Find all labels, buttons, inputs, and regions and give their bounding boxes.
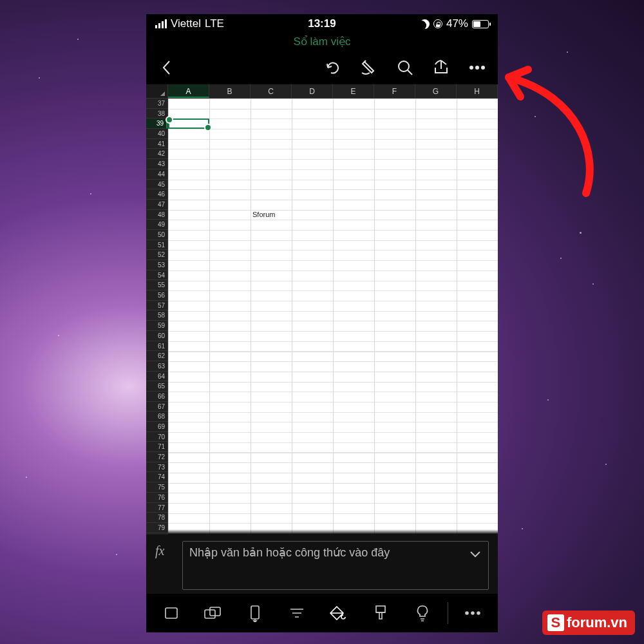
grid-fade (168, 529, 498, 535)
row-header-75[interactable]: 75 (146, 482, 167, 493)
select-all-corner[interactable] (146, 84, 168, 98)
selection-handle-top[interactable] (166, 116, 173, 124)
column-header-C[interactable]: C (251, 84, 292, 98)
column-header-F[interactable]: F (374, 84, 415, 98)
row-header-42[interactable]: 42 (146, 149, 167, 159)
watermark-s: S (547, 614, 564, 631)
row-headers: 3738394041424344454647484950515253545556… (146, 99, 168, 535)
row-header-70[interactable]: 70 (146, 432, 167, 442)
row-header-47[interactable]: 47 (146, 200, 167, 210)
back-button[interactable] (150, 52, 184, 83)
row-header-77[interactable]: 77 (146, 503, 167, 513)
ideas-bulb-button[interactable] (402, 604, 444, 622)
row-header-71[interactable]: 71 (146, 442, 167, 452)
row-header-45[interactable]: 45 (146, 180, 167, 190)
column-header-D[interactable]: D (292, 84, 333, 98)
row-header-59[interactable]: 59 (146, 321, 167, 331)
share-button[interactable] (424, 52, 458, 83)
toolbar-divider (448, 602, 448, 624)
phone-arrow-button[interactable] (234, 604, 276, 622)
row-header-61[interactable]: 61 (146, 341, 167, 352)
row-header-55[interactable]: 55 (146, 280, 167, 290)
row-header-67[interactable]: 67 (146, 402, 167, 412)
cells-area[interactable]: Sforum (168, 99, 498, 535)
row-header-50[interactable]: 50 (146, 230, 167, 240)
svg-rect-8 (376, 606, 385, 612)
row-header-79[interactable]: 79 (146, 523, 167, 533)
cards-button[interactable] (192, 605, 234, 621)
row-header-49[interactable]: 49 (146, 220, 167, 230)
svg-point-10 (471, 612, 474, 614)
row-header-65[interactable]: 65 (146, 381, 167, 392)
row-header-52[interactable]: 52 (146, 250, 167, 260)
row-header-37[interactable]: 37 (146, 99, 167, 109)
more-button[interactable] (460, 52, 494, 83)
row-header-46[interactable]: 46 (146, 189, 167, 200)
fx-icon[interactable]: fx (155, 541, 176, 594)
row-header-51[interactable]: 51 (146, 240, 167, 251)
bottom-more-button[interactable] (452, 611, 494, 616)
svg-point-11 (477, 612, 480, 614)
column-header-G[interactable]: G (415, 84, 457, 98)
row-header-76[interactable]: 76 (146, 493, 167, 503)
document-title[interactable]: Sổ làm việc (146, 33, 498, 51)
selection-outline[interactable] (168, 118, 209, 129)
bottom-toolbar (146, 594, 498, 632)
row-header-78[interactable]: 78 (146, 513, 167, 523)
row-header-56[interactable]: 56 (146, 290, 167, 301)
column-header-B[interactable]: B (209, 84, 251, 98)
row-header-63[interactable]: 63 (146, 361, 167, 372)
format-brush-button[interactable] (360, 604, 402, 622)
row-header-44[interactable]: 44 (146, 169, 167, 180)
row-header-54[interactable]: 54 (146, 270, 167, 281)
rotation-lock-icon (433, 19, 442, 28)
row-header-58[interactable]: 58 (146, 310, 167, 321)
row-header-53[interactable]: 53 (146, 260, 167, 270)
row-header-57[interactable]: 57 (146, 301, 167, 311)
row-header-66[interactable]: 66 (146, 392, 167, 402)
svg-point-9 (466, 612, 468, 614)
svg-rect-7 (251, 606, 259, 619)
status-bar: Viettel LTE 13:19 47% (146, 14, 498, 33)
column-header-H[interactable]: H (457, 84, 498, 98)
row-header-40[interactable]: 40 (146, 129, 167, 139)
battery-icon (472, 20, 489, 28)
spreadsheet-grid[interactable]: 3738394041424344454647484950515253545556… (146, 99, 498, 535)
column-headers: ABCDEFGH (146, 84, 498, 99)
column-header-A[interactable]: A (168, 84, 209, 98)
filter-button[interactable] (276, 606, 317, 620)
watermark-text: forum.vn (567, 614, 627, 631)
column-header-E[interactable]: E (333, 84, 374, 98)
gridlines (168, 99, 498, 535)
cell-C48[interactable]: Sforum (251, 210, 292, 220)
svg-rect-4 (166, 608, 177, 618)
row-header-43[interactable]: 43 (146, 159, 167, 169)
chevron-down-icon[interactable] (469, 545, 482, 562)
row-header-69[interactable]: 69 (146, 422, 167, 432)
search-button[interactable] (388, 52, 422, 83)
formula-placeholder: Nhập văn bản hoặc công thức vào đây (189, 545, 390, 560)
dnd-moon-icon (420, 19, 430, 29)
row-header-62[interactable]: 62 (146, 351, 167, 361)
row-header-41[interactable]: 41 (146, 139, 167, 149)
svg-point-1 (470, 66, 473, 69)
undo-button[interactable] (316, 52, 350, 83)
row-header-38[interactable]: 38 (146, 109, 167, 119)
fill-button[interactable] (318, 605, 360, 621)
row-header-60[interactable]: 60 (146, 331, 167, 341)
row-header-48[interactable]: 48 (146, 210, 167, 220)
formula-input[interactable]: Nhập văn bản hoặc công thức vào đây (182, 541, 489, 590)
row-header-68[interactable]: 68 (146, 412, 167, 422)
card-view-button[interactable] (150, 605, 192, 621)
draw-button[interactable] (352, 52, 386, 83)
carrier-label: Viettel (171, 17, 201, 30)
row-header-73[interactable]: 73 (146, 462, 167, 473)
signal-icon (155, 19, 167, 28)
row-header-72[interactable]: 72 (146, 452, 167, 462)
top-toolbar (146, 51, 498, 84)
selection-handle-bottom[interactable] (204, 124, 212, 131)
row-header-64[interactable]: 64 (146, 372, 167, 382)
row-header-74[interactable]: 74 (146, 472, 167, 482)
row-header-39[interactable]: 39 (146, 118, 167, 129)
network-label: LTE (205, 17, 224, 30)
